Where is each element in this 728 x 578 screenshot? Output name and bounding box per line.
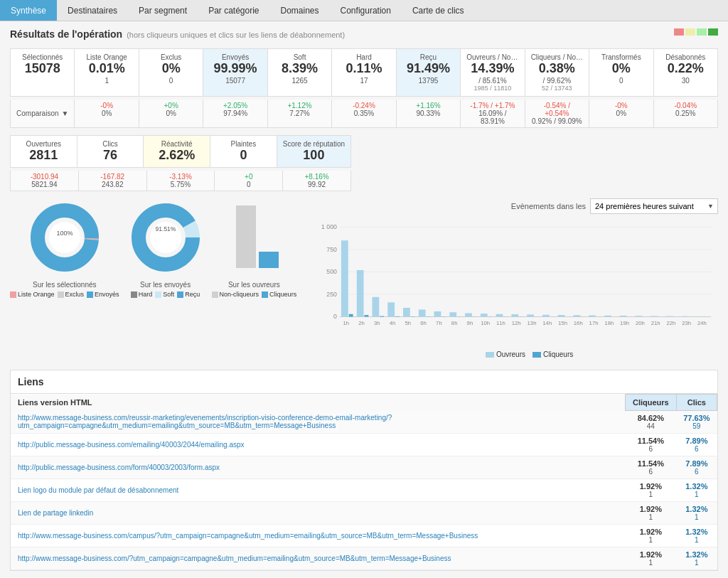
stat-value-4: 8.39% bbox=[274, 61, 326, 77]
stat-sublabel-8: 52 / 13743 bbox=[531, 85, 583, 92]
svg-text:20h: 20h bbox=[636, 320, 645, 326]
legend-exclus: Exclus bbox=[58, 291, 85, 298]
links-col-clics: Clics bbox=[676, 395, 717, 411]
comp-val2-8: 0.92% / 99.09% bbox=[531, 117, 583, 125]
tab-domaines[interactable]: Domaines bbox=[270, 0, 330, 21]
stat-cell-1: Liste Orange 0.01% 1 bbox=[75, 49, 139, 96]
svg-rect-65 bbox=[574, 315, 581, 316]
svg-text:12h: 12h bbox=[512, 320, 521, 326]
stat-cell-4: Soft 8.39% 1265 bbox=[268, 49, 332, 96]
comparison-label: Comparaison bbox=[16, 109, 58, 117]
stat-label-6: Reçu bbox=[402, 53, 454, 61]
events-row: Evènements dans les 24 premières heures … bbox=[311, 198, 718, 214]
donut-2-legend: Hard Soft Reçu bbox=[127, 291, 205, 298]
comp-cell-4: +1.12%7.27% bbox=[268, 100, 332, 127]
stat2-label-3: Plaintes bbox=[216, 140, 271, 148]
svg-text:5h: 5h bbox=[405, 320, 412, 326]
link-row-5: http://www.message-business.com/campus/?… bbox=[11, 525, 717, 547]
svg-rect-32 bbox=[387, 303, 395, 317]
comp-val2-5: 0.35% bbox=[338, 109, 390, 117]
comp2-val1-2: -3.13% bbox=[153, 173, 209, 181]
events-select-wrap[interactable]: 24 premières heures suivant bbox=[590, 198, 718, 214]
comp2-val2-3: 0 bbox=[220, 181, 277, 188]
link-clics-1: 7.89% 6 bbox=[676, 434, 717, 456]
stat-label-8: Cliqueurs / Non-cl.. bbox=[531, 53, 583, 61]
comp-val1-1: -0% bbox=[80, 102, 132, 109]
comp-cell-1: -0%0% bbox=[75, 100, 139, 127]
stat-sub-4: 1265 bbox=[274, 77, 326, 85]
comparison-dropdown-icon[interactable]: ▼ bbox=[62, 109, 69, 117]
svg-rect-47 bbox=[465, 314, 472, 317]
link-url-6[interactable]: http://www.message-business.com/?utm_cam… bbox=[11, 547, 625, 570]
link-url-2[interactable]: http://public.message-business.com/form/… bbox=[11, 456, 625, 479]
comp-val2-4: 7.27% bbox=[274, 109, 326, 117]
legend-darkgreen bbox=[708, 28, 718, 36]
events-select[interactable]: 24 premières heures suivant bbox=[590, 198, 718, 214]
tab-par-segment[interactable]: Par segment bbox=[128, 0, 198, 21]
svg-text:9h: 9h bbox=[467, 320, 473, 326]
bar-chart-title: Sur les ouvreurs bbox=[212, 281, 297, 289]
stat-sub-2: 0 bbox=[145, 77, 197, 85]
stat2-value-1: 76 bbox=[83, 148, 138, 164]
stat-cell-5: Hard 0.11% 17 bbox=[332, 49, 396, 96]
link-clics-5: 1.32% 1 bbox=[676, 525, 717, 547]
svg-rect-30 bbox=[380, 316, 384, 317]
stat-label-7: Ouvreurs / Non-su... bbox=[466, 53, 518, 61]
svg-text:19h: 19h bbox=[620, 320, 629, 326]
link-url-0[interactable]: http://www.message-business.com/reussir-… bbox=[11, 411, 625, 434]
stat-sub-8: / 99.62% bbox=[531, 77, 583, 85]
legend-orange: Liste Orange bbox=[10, 291, 55, 298]
stat-sub-10: 30 bbox=[660, 77, 712, 85]
svg-rect-33 bbox=[395, 316, 400, 317]
stat-cell-7: Ouvreurs / Non-su... 14.39% / 85.61% 198… bbox=[461, 49, 525, 96]
svg-text:10h: 10h bbox=[481, 320, 490, 326]
svg-text:2h: 2h bbox=[358, 320, 365, 326]
link-url-3[interactable]: Lien logo du module par défaut de désabo… bbox=[11, 479, 625, 502]
svg-rect-77 bbox=[666, 316, 673, 317]
stat-value-6: 91.49% bbox=[402, 61, 454, 77]
svg-text:18h: 18h bbox=[604, 320, 614, 326]
svg-rect-38 bbox=[419, 310, 426, 317]
tab-carte-de-clics[interactable]: Carte de clics bbox=[402, 0, 475, 21]
link-cliqueurs-5: 1.92% 1 bbox=[625, 525, 676, 547]
link-url-5[interactable]: http://www.message-business.com/campus/?… bbox=[11, 525, 625, 547]
histo-legend-cliqueurs: Cliqueurs bbox=[532, 350, 573, 358]
stat-label-5: Hard bbox=[338, 53, 390, 61]
comp2-cell-3: +00 bbox=[215, 171, 283, 191]
tab-synthèse[interactable]: Synthèse bbox=[0, 0, 57, 21]
donut-1-title: Sur les sélectionnés bbox=[10, 281, 119, 289]
stat2-cell-0: Ouvertures 2811 bbox=[11, 136, 77, 168]
stat-cell-9: Transformés 0% 0 bbox=[589, 49, 653, 96]
comp-val1-4: +1.12% bbox=[274, 102, 326, 109]
comp2-val2-2: 5.75% bbox=[153, 181, 209, 188]
tab-destinataires[interactable]: Destinataires bbox=[57, 0, 128, 21]
comp2-val1-0: -3010.94 bbox=[16, 173, 73, 181]
stat-sub-9: 0 bbox=[595, 77, 647, 85]
tab-par-catégorie[interactable]: Par catégorie bbox=[198, 0, 269, 21]
link-url-1[interactable]: http://public.message-business.com/email… bbox=[11, 434, 625, 456]
comp-val1-7: -1.7% / +1.7% bbox=[466, 102, 518, 109]
svg-rect-27 bbox=[365, 315, 369, 317]
comp2-cell-1: -167.82243.82 bbox=[79, 171, 147, 191]
link-row-0: http://www.message-business.com/reussir-… bbox=[11, 411, 717, 434]
svg-text:750: 750 bbox=[326, 246, 337, 253]
stat-value-7: 14.39% bbox=[466, 61, 518, 77]
stat2-value-4: 100 bbox=[283, 148, 345, 164]
link-url-4[interactable]: Lien de partage linkedin bbox=[11, 502, 625, 525]
link-row-1: http://public.message-business.com/email… bbox=[11, 434, 717, 456]
stat-cell-3: Envoyés 99.99% 15077 bbox=[203, 49, 267, 96]
stat-label-10: Désabonnés bbox=[660, 53, 712, 61]
svg-text:4h: 4h bbox=[390, 320, 396, 326]
histogram-area: Evènements dans les 24 premières heures … bbox=[311, 198, 718, 358]
tab-configuration[interactable]: Configuration bbox=[330, 0, 402, 21]
comp-cell-0[interactable]: Comparaison ▼ bbox=[11, 100, 75, 127]
legend-hard: Hard bbox=[131, 291, 153, 298]
svg-text:250: 250 bbox=[326, 291, 337, 298]
donut-1-wrap: 100% Sur les sélectionnés Liste Orange E… bbox=[10, 198, 119, 298]
legend-color-bar bbox=[674, 28, 718, 36]
link-row-2: http://public.message-business.com/form/… bbox=[11, 456, 717, 479]
comp2-val2-1: 243.82 bbox=[85, 181, 141, 188]
comp2-val1-1: -167.82 bbox=[85, 173, 141, 181]
main-content: Résultats de l'opération (hors cliqueurs… bbox=[0, 21, 728, 578]
svg-rect-53 bbox=[496, 314, 503, 317]
